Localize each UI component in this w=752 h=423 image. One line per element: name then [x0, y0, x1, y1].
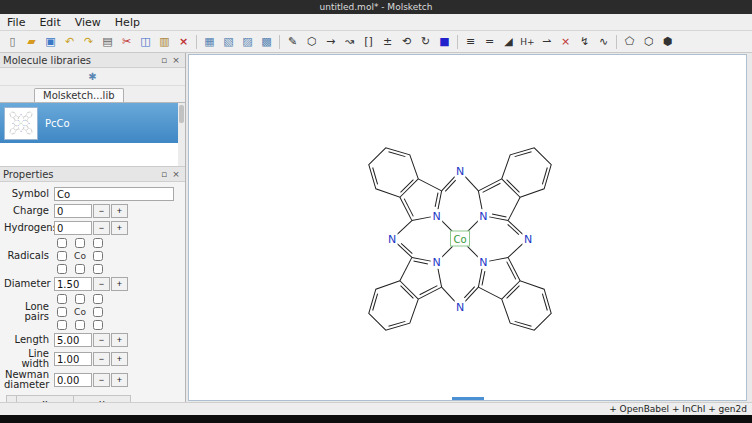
library-dock-title: Molecule libraries	[3, 55, 158, 66]
menu-view[interactable]: View	[68, 14, 108, 30]
library-scrollbar[interactable]	[178, 103, 185, 166]
statusbar: + OpenBabel + InChI + gen2d	[0, 402, 752, 415]
hydrogens-increment-button[interactable]: +	[111, 221, 128, 235]
radical-checkbox[interactable]	[93, 264, 103, 274]
line-width-decrement-button[interactable]: −	[93, 352, 110, 366]
coordinates-column-y: y	[74, 396, 131, 403]
line-width-label: Line width	[4, 349, 54, 369]
newman-diameter-decrement-button[interactable]: −	[93, 373, 110, 387]
library-dock-float-button[interactable]: ▫	[158, 54, 170, 66]
delete-tool-button[interactable]: ×	[556, 33, 575, 51]
mechanism-arrow-tool-button[interactable]: ↯	[575, 33, 594, 51]
draw-tool-button[interactable]: ✎	[283, 33, 302, 51]
open-file-button[interactable]: ▰	[22, 33, 41, 51]
library-scrollbar-thumb[interactable]	[179, 105, 184, 123]
radical-checkbox[interactable]	[75, 264, 85, 274]
save-file-button[interactable]: ▣	[41, 33, 60, 51]
ring6-tool-button[interactable]: ⬡	[639, 33, 658, 51]
diameter-decrement-button[interactable]: −	[93, 277, 110, 291]
radical-checkbox[interactable]	[57, 264, 67, 274]
lone-pair-checkbox[interactable]	[93, 320, 103, 330]
newman-diameter-increment-button[interactable]: +	[111, 373, 128, 387]
library-dock-close-button[interactable]: ×	[170, 54, 182, 66]
paste-button[interactable]: ▥	[155, 33, 174, 51]
properties-dock-close-button[interactable]: ×	[170, 168, 182, 180]
charge-tool-button[interactable]: ±	[378, 33, 397, 51]
bracket-tool-button[interactable]: []	[359, 33, 378, 51]
drawing-canvas[interactable]	[188, 54, 747, 401]
radicals-grid: Co	[54, 237, 106, 275]
diameter-increment-button[interactable]: +	[111, 277, 128, 291]
left-dock-column: Molecule libraries ▫ × ✱ Molsketch...lib…	[0, 53, 186, 402]
curved-arrow-tool-button[interactable]: ↝	[340, 33, 359, 51]
color-swatch-button[interactable]: ■	[435, 33, 454, 51]
coordinates-row-header	[7, 396, 17, 403]
print-button[interactable]: ▤	[98, 33, 117, 51]
molecule-thumbnail	[4, 107, 38, 140]
new-file-button[interactable]: ▯	[3, 33, 22, 51]
menu-help[interactable]: Help	[108, 14, 147, 30]
radical-checkbox[interactable]	[57, 251, 67, 261]
properties-dock-float-button[interactable]: ▫	[158, 168, 170, 180]
line-width-input[interactable]	[54, 352, 92, 366]
delete-button[interactable]: ×	[174, 33, 193, 51]
wedge-bond-tool-button[interactable]: ◢	[499, 33, 518, 51]
tab-molsketch-lib[interactable]: Molsketch...lib	[34, 88, 124, 102]
menu-edit[interactable]: Edit	[32, 14, 67, 30]
charge-input[interactable]	[54, 204, 92, 218]
canvas-horizontal-scrollbar-thumb[interactable]	[452, 397, 484, 400]
double-bond-tool-button[interactable]: =	[480, 33, 499, 51]
library-item-pcco[interactable]: PcCo	[0, 103, 185, 143]
charge-decrement-button[interactable]: −	[93, 204, 110, 218]
library-config-icon[interactable]: ✱	[84, 69, 102, 84]
aromatic-ring-tool-button[interactable]: ⬢	[658, 33, 677, 51]
radical-checkbox[interactable]	[93, 251, 103, 261]
diameter-input[interactable]	[54, 277, 92, 291]
copy-button[interactable]: ◫	[136, 33, 155, 51]
ring5-tool-button[interactable]: ⬠	[620, 33, 639, 51]
radical-checkbox[interactable]	[93, 238, 103, 248]
export-image-button[interactable]: ▦	[200, 33, 219, 51]
triple-bond-tool-button[interactable]: ≡	[461, 33, 480, 51]
rotate-tool-button[interactable]: ⟲	[397, 33, 416, 51]
toolbar-separator	[457, 35, 458, 49]
library-item-label: PcCo	[45, 118, 70, 129]
library-tabbar: Molsketch...lib	[0, 86, 185, 103]
line-width-increment-button[interactable]: +	[111, 352, 128, 366]
lone-pair-checkbox[interactable]	[57, 320, 67, 330]
lone-pair-checkbox[interactable]	[57, 307, 67, 317]
reaction-arrow-tool-button[interactable]: ↻	[416, 33, 435, 51]
library-list: PcCo	[0, 103, 185, 167]
lone-pair-checkbox[interactable]	[57, 294, 67, 304]
lone-pairs-grid: Co	[54, 293, 106, 331]
equilibrium-arrow-tool-button[interactable]: ⇀	[537, 33, 556, 51]
length-input[interactable]	[54, 333, 92, 347]
window-title: untitled.mol* - Molsketch	[320, 2, 433, 12]
length-increment-button[interactable]: +	[111, 333, 128, 347]
charge-increment-button[interactable]: +	[111, 204, 128, 218]
radical-checkbox[interactable]	[75, 238, 85, 248]
molecule-scene[interactable]	[189, 55, 746, 400]
arrow-tool-button[interactable]: →	[321, 33, 340, 51]
redo-button[interactable]: ↷	[79, 33, 98, 51]
chain-tool-button[interactable]: ∿	[594, 33, 613, 51]
ring-tool-button[interactable]: ⬡	[302, 33, 321, 51]
newman-diameter-input[interactable]	[54, 373, 92, 387]
length-decrement-button[interactable]: −	[93, 333, 110, 347]
charge-label: Charge	[4, 206, 54, 216]
lone-pair-checkbox[interactable]	[75, 320, 85, 330]
radical-checkbox[interactable]	[57, 238, 67, 248]
lone-pair-checkbox[interactable]	[75, 294, 85, 304]
symbol-input[interactable]	[54, 187, 174, 201]
menu-file[interactable]: File	[0, 14, 32, 30]
undo-button[interactable]: ↶	[60, 33, 79, 51]
import-image-button[interactable]: ▨	[238, 33, 257, 51]
hydrogens-decrement-button[interactable]: −	[93, 221, 110, 235]
lone-pair-checkbox[interactable]	[93, 307, 103, 317]
edit-picture-button[interactable]: ▩	[257, 33, 276, 51]
lone-pair-checkbox[interactable]	[93, 294, 103, 304]
cut-button[interactable]: ✂	[117, 33, 136, 51]
copy-image-button[interactable]: ▧	[219, 33, 238, 51]
hydrogens-input[interactable]	[54, 221, 92, 235]
add-hydrogen-tool-button[interactable]: H+	[518, 33, 537, 51]
